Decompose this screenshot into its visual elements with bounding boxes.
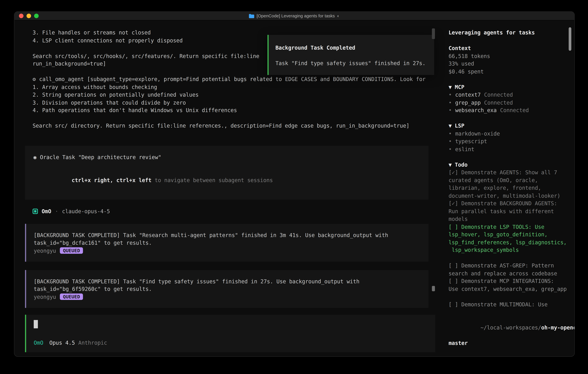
toast-body: Task "Find type safety issues" finished … bbox=[275, 59, 429, 67]
ctrlp-key-label: commands bbox=[410, 355, 435, 357]
mcp-status: Connected bbox=[484, 91, 513, 99]
hint-keys: ctrl+x right, ctrl+x left bbox=[72, 177, 151, 183]
desktop: [OpenCode] Leveraging agents for tasks ◐… bbox=[0, 0, 588, 374]
version-footer: • OpenCode 1.0.163 bbox=[449, 355, 574, 357]
esc-key-label: interrupt bbox=[74, 355, 103, 357]
prompt-input[interactable]: OmO Opus 4.5 Anthropic bbox=[25, 315, 435, 352]
window-title: [OpenCode] Leveraging agents for tasks ◐ bbox=[249, 14, 340, 18]
main-scrollbar-mark[interactable] bbox=[432, 286, 435, 291]
queued-badge: QUEUED bbox=[60, 294, 83, 300]
navigation-hint: ctrl+x right, ctrl+x left to navigate be… bbox=[33, 169, 428, 192]
app-content: 3. File handles or streams not closed 4.… bbox=[14, 21, 574, 356]
workspace-repo: oh-my-opencode: bbox=[541, 324, 575, 331]
window-title-text: [OpenCode] Leveraging agents for tasks bbox=[257, 14, 335, 18]
mcp-item: • grep_app Connected bbox=[449, 99, 574, 106]
mcp-status: Connected bbox=[484, 99, 513, 106]
bullet-icon: • bbox=[449, 99, 452, 106]
todo-item-active: [ ] Demonstrate LSP TOOLS: Use lsp_hover… bbox=[449, 223, 574, 254]
ctrlp-key-hint: ctrl+p bbox=[387, 355, 406, 357]
lsp-header: LSP bbox=[455, 122, 464, 130]
queued-message: [BACKGROUND TASK COMPLETED] Task "Find t… bbox=[25, 270, 429, 308]
esc-key-hint: esc bbox=[61, 355, 71, 357]
model-selector[interactable]: OmO Opus 4.5 Anthropic bbox=[34, 339, 435, 346]
todo-item-pending: [ ] Demonstrate MULTIMODAL: Use bbox=[449, 301, 574, 308]
main-scrollbar-thumb[interactable] bbox=[432, 28, 435, 39]
tool-call-text: call_omo_agent [subagent_type=explore, p… bbox=[39, 75, 426, 83]
folder-icon bbox=[249, 14, 254, 18]
context-header: Context bbox=[449, 44, 471, 52]
minimize-button[interactable] bbox=[26, 14, 31, 18]
zoom-button[interactable] bbox=[34, 14, 39, 18]
agent-model: claude-opus-4-5 bbox=[62, 208, 110, 215]
agent-omo-icon bbox=[32, 209, 38, 214]
bullet-icon: • bbox=[449, 106, 452, 114]
git-branch: master bbox=[449, 339, 574, 347]
tool-call-body: 1. Array access without bounds checking … bbox=[32, 83, 435, 130]
context-spent: $0.46 spent bbox=[449, 68, 574, 75]
message-text: [BACKGROUND TASK COMPLETED] Task "Find t… bbox=[34, 277, 428, 293]
opencode-window: [OpenCode] Leveraging agents for tasks ◐… bbox=[14, 11, 575, 357]
session-sidebar: Leveraging agents for tasks Context 66,5… bbox=[435, 21, 574, 356]
oracle-task-title: Oracle Task "Deep architecture review" bbox=[40, 153, 161, 161]
background-task-toast: Background Task Completed Task "Find typ… bbox=[268, 35, 434, 75]
queued-badge: QUEUED bbox=[60, 248, 83, 254]
mcp-header: MCP bbox=[455, 83, 464, 91]
app-version: 1.0.163 bbox=[484, 355, 506, 357]
text-cursor bbox=[34, 320, 38, 328]
activity-dots-icon: ········ bbox=[27, 355, 55, 357]
todo-item-pending: [ ] Demonstrate AST-GREP: Pattern search… bbox=[449, 262, 574, 277]
bullet-icon: • bbox=[449, 91, 452, 99]
agent-name: OmO bbox=[42, 208, 51, 215]
todo-section: ▼ Todo [✓] Demonstrate AGENTS: Show all … bbox=[449, 161, 574, 308]
context-tokens: 66,518 tokens bbox=[449, 52, 574, 60]
traffic-lights bbox=[19, 12, 39, 20]
hint-text: to navigate between subagent sessions bbox=[151, 177, 273, 183]
bullet-icon: • bbox=[449, 137, 452, 145]
todo-item-pending: [ ] Demonstrate MCP INTEGRATIONS: Use co… bbox=[449, 277, 574, 293]
tab-key-hint: tab bbox=[329, 355, 338, 357]
bullet-icon: • bbox=[449, 145, 452, 153]
message-author: yeongyu bbox=[34, 293, 56, 301]
todo-item-done: [✓] Demonstrate AGENTS: Show all 7 curat… bbox=[449, 168, 574, 200]
message-author: yeongyu bbox=[34, 247, 56, 255]
context-used: 33% used bbox=[449, 60, 574, 68]
busy-spinner-icon: ◐ bbox=[337, 14, 340, 18]
tab-key-label: switch agent bbox=[342, 355, 380, 357]
chevron-down-icon[interactable]: ▼ bbox=[449, 83, 452, 91]
close-button[interactable] bbox=[19, 14, 23, 18]
gear-icon: ⚙ bbox=[32, 75, 36, 83]
oracle-task-panel: ◉ Oracle Task "Deep architecture review"… bbox=[25, 146, 429, 200]
bullet-icon: • bbox=[449, 130, 452, 137]
titlebar: [OpenCode] Leveraging agents for tasks ◐ bbox=[14, 12, 574, 21]
queued-message: [BACKGROUND TASK COMPLETED] Task "Resear… bbox=[25, 224, 429, 261]
chevron-down-icon[interactable]: ▼ bbox=[449, 161, 452, 169]
mcp-item: • websearch_exa Connected bbox=[449, 106, 574, 114]
todo-header: Todo bbox=[455, 161, 467, 169]
lsp-item: • markdown-oxide bbox=[449, 130, 574, 137]
input-model-name: Opus 4.5 bbox=[49, 339, 75, 346]
sidebar-scrollbar-thumb[interactable] bbox=[569, 27, 571, 51]
lsp-section: ▼ LSP • markdown-oxide • typescript • es… bbox=[449, 122, 574, 153]
app-name: OpenCode bbox=[455, 355, 481, 357]
bullet-icon: • bbox=[449, 355, 452, 357]
tool-call-line: ⚙ call_omo_agent [subagent_type=explore,… bbox=[32, 75, 435, 83]
input-agent-name: OmO bbox=[34, 339, 43, 346]
lsp-item: • typescript bbox=[449, 137, 574, 145]
chevron-down-icon[interactable]: ▼ bbox=[449, 122, 452, 130]
workspace-path: ~/local-workspaces/oh-my-opencode: bbox=[449, 316, 574, 339]
message-text: [BACKGROUND TASK COMPLETED] Task "Resear… bbox=[34, 231, 428, 247]
mcp-item: • context7 Connected bbox=[449, 91, 574, 99]
mcp-status: Connected bbox=[500, 106, 529, 114]
session-title: Leveraging agents for tasks bbox=[449, 29, 574, 37]
toast-title: Background Task Completed bbox=[275, 44, 429, 52]
input-provider-name: Anthropic bbox=[78, 339, 107, 346]
separator-dot: · bbox=[55, 208, 58, 215]
todo-item-done: [✓] Demonstrate BACKGROUND AGENTS: Run p… bbox=[449, 200, 574, 223]
status-bar: ········ esc interrupt tab switch agent … bbox=[27, 355, 435, 357]
context-section: Context 66,518 tokens 33% used $0.46 spe… bbox=[449, 44, 574, 75]
lsp-item: • eslint bbox=[449, 145, 574, 153]
workspace-dir: ~/local-workspaces/ bbox=[481, 324, 541, 331]
mcp-section: ▼ MCP • context7 Connected • grep_app Co… bbox=[449, 83, 574, 114]
session-log: 3. File handles or streams not closed 4.… bbox=[14, 21, 435, 356]
oracle-task-icon: ◉ bbox=[33, 153, 36, 161]
